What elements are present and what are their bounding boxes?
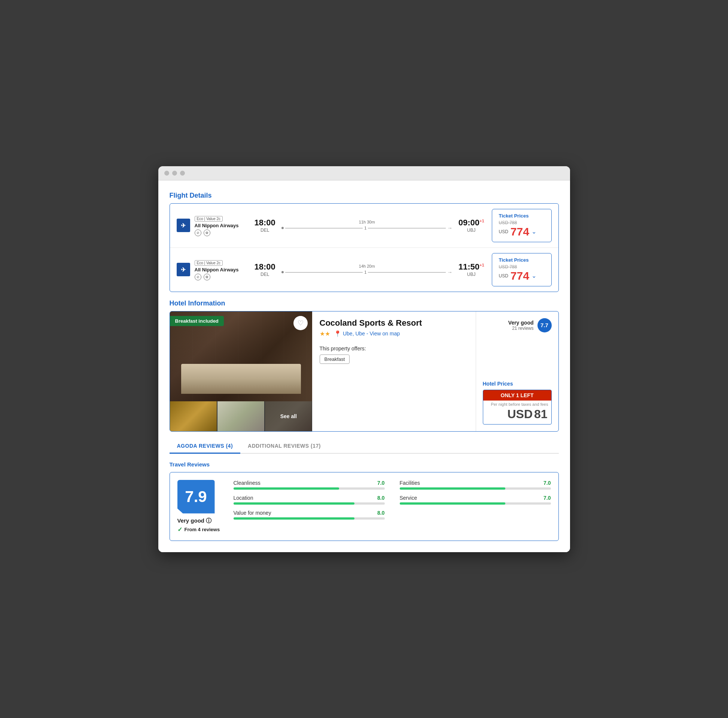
only-left-badge: ONLY 1 LEFT — [483, 390, 551, 401]
flight-badge-2: Eco | Value 2c — [195, 260, 223, 266]
traffic-light-3 — [180, 171, 185, 176]
hotel-prices-label: Hotel Prices — [483, 381, 552, 387]
flight-times-2: 18:00 DEL 14h 20m 1 → — [254, 262, 484, 277]
hotel-thumbnails: See all — [170, 401, 312, 431]
airline-name-2: All Nippon Airways — [195, 267, 247, 273]
dep-time-1: 18:00 DEL — [254, 218, 275, 233]
hotel-thumb-3[interactable]: See all — [265, 401, 312, 431]
browser-window: Flight Details Eco | Value 2c All Nippon… — [158, 166, 570, 552]
price-note: Per night before taxes and fees — [483, 401, 551, 407]
flight-path-1: 11h 30m 1 → — [281, 220, 453, 231]
traffic-light-2 — [172, 171, 177, 176]
rating-score: 8.0 — [377, 495, 384, 501]
price-amount-1: 774 — [511, 225, 529, 238]
breakfast-badge: Breakfast included — [170, 316, 224, 326]
hotel-location-text[interactable]: Ube, Ube - View on map — [343, 331, 400, 337]
no-wifi-icon-2: ⊘ — [195, 274, 201, 280]
price-amount-2: 774 — [511, 269, 529, 282]
price-usd-1: USD — [499, 229, 508, 234]
rating-category: Value for money — [234, 510, 271, 516]
hotel-stars: ★★ — [320, 331, 330, 337]
flight-section-title: Flight Details — [170, 192, 559, 199]
reviews-tabs: AGODA REVIEWS (4) ADDITIONAL REVIEWS (17… — [170, 439, 559, 454]
no-wifi-icon: ⊘ — [195, 230, 201, 236]
rating-bar-bg — [234, 517, 385, 520]
airline-info-2: Eco | Value 2c All Nippon Airways ⊘ ✿ — [195, 259, 247, 280]
hotel-thumb-2[interactable] — [217, 401, 264, 431]
browser-toolbar — [158, 166, 570, 181]
airline-logo-2 — [177, 263, 190, 276]
rating-bar-fill — [234, 502, 355, 505]
rating-bar-bg — [400, 487, 551, 490]
airline-info-1: Eco | Value 2c All Nippon Airways ⊘ ✿ — [195, 215, 247, 236]
hotel-price-inner[interactable]: ONLY 1 LEFT Per night before taxes and f… — [483, 390, 552, 424]
hotel-rating-label: Very good — [508, 320, 534, 326]
stop-label-2: 1 — [364, 270, 366, 274]
dep-time-value-1: 18:00 — [254, 218, 275, 228]
rating-bar-fill — [234, 517, 355, 520]
hotel-main-image: Breakfast included ♡ — [170, 311, 312, 401]
favorite-button[interactable]: ♡ — [294, 316, 308, 330]
hotel-details: Cocoland Sports & Resort ★★ 📍 Ube, Ube -… — [312, 311, 476, 431]
rating-category: Service — [400, 495, 418, 501]
ticket-label-1: Ticket Prices — [499, 213, 544, 219]
ratings-grid: Cleanliness 7.0 Facilities 7.0 Location … — [234, 480, 551, 520]
hotel-images: Breakfast included ♡ See all — [170, 311, 312, 431]
reviews-card: 7.9 Very good ⓘ ✓ From 4 reviews Cleanli… — [170, 472, 559, 541]
page-content: Flight Details Eco | Value 2c All Nippon… — [158, 181, 570, 552]
dep-airport-1: DEL — [254, 228, 275, 233]
rating-row: Facilities 7.0 — [400, 480, 551, 490]
rating-row: Value for money 8.0 — [234, 510, 385, 520]
price-old-1: USD 788 — [499, 220, 544, 225]
dep-airport-2: DEL — [254, 272, 275, 277]
rating-bar-fill — [234, 487, 340, 490]
hotel-price-value: 81 — [534, 407, 548, 421]
traffic-light-1 — [164, 171, 169, 176]
rating-score: 7.0 — [543, 480, 551, 486]
rating-category: Location — [234, 495, 253, 501]
arr-time-value-2: 11:50+1 — [459, 262, 484, 272]
price-chevron-1: ⌄ — [532, 228, 536, 235]
hotel-section-title: Hotel Information — [170, 300, 559, 307]
rating-bar-fill — [400, 502, 506, 505]
hotel-price-prefix: USD — [507, 407, 532, 421]
hotel-rating-badge: 7.7 — [537, 318, 552, 332]
stop-label-1: 1 — [364, 226, 366, 230]
rating-score: 7.0 — [377, 480, 384, 486]
arr-airport-1: UBJ — [459, 228, 484, 233]
price-chevron-2: ⌄ — [532, 272, 536, 279]
rating-bar-bg — [400, 502, 551, 505]
travel-reviews-title: Travel Reviews — [170, 461, 559, 468]
tab-additional-reviews[interactable]: ADDITIONAL REVIEWS (17) — [240, 439, 328, 453]
hotel-usd-price: USD 81 — [483, 407, 551, 424]
meal-icon-2: ✿ — [203, 274, 210, 280]
hotel-thumb-1[interactable] — [170, 401, 217, 431]
ticket-price-box-2[interactable]: Ticket Prices USD 788 USD 774 ⌄ — [492, 253, 552, 286]
rating-score: 7.0 — [543, 495, 551, 501]
duration-2: 14h 20m — [359, 264, 375, 268]
score-label: Very good ⓘ — [177, 517, 222, 525]
rating-category: Facilities — [400, 480, 420, 486]
price-usd-2: USD — [499, 273, 508, 279]
flight-card: Eco | Value 2c All Nippon Airways ⊘ ✿ 18… — [170, 203, 559, 292]
flight-row-2: Eco | Value 2c All Nippon Airways ⊘ ✿ 18… — [170, 248, 558, 292]
arr-time-1: 09:00+1 UBJ — [459, 218, 484, 233]
ticket-price-box-1[interactable]: Ticket Prices USD 788 USD 774 ⌄ — [492, 209, 552, 242]
dep-time-value-2: 18:00 — [254, 262, 275, 272]
arr-airport-2: UBJ — [459, 272, 484, 277]
arr-time-2: 11:50+1 UBJ — [459, 262, 484, 277]
from-reviews: ✓ From 4 reviews — [177, 526, 222, 533]
breakfast-offer-tag: Breakfast — [320, 355, 350, 364]
rating-row: Cleanliness 7.0 — [234, 480, 385, 490]
price-old-2: USD 788 — [499, 264, 544, 269]
check-icon: ✓ — [177, 526, 182, 533]
airline-logo-1 — [177, 219, 190, 232]
flight-badge-1: Eco | Value 2c — [195, 216, 223, 222]
ticket-label-2: Ticket Prices — [499, 257, 544, 263]
rating-bar-bg — [234, 487, 385, 490]
tab-agoda-reviews[interactable]: AGODA REVIEWS (4) — [170, 439, 241, 454]
hotel-name: Cocoland Sports & Resort — [320, 318, 468, 328]
arr-time-value-1: 09:00+1 — [459, 218, 484, 228]
rating-category: Cleanliness — [234, 480, 260, 486]
see-all-overlay[interactable]: See all — [265, 401, 312, 431]
